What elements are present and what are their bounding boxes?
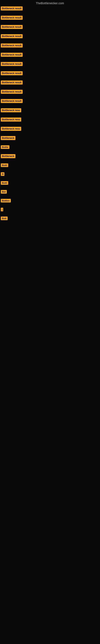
bottleneck-badge-21: Bot [1, 190, 7, 194]
bottleneck-badge-20: Bottl [1, 181, 8, 185]
badge-row-7: Bottleneck result [0, 59, 100, 68]
badge-row-13: Bottleneck resu [0, 114, 100, 124]
badge-row-3: Bottleneck result [0, 22, 100, 31]
bottleneck-badge-8: Bottleneck result [1, 71, 23, 75]
bottleneck-badge-9: Bottleneck result [1, 80, 23, 84]
bottleneck-badge-14: Bottleneck resu [1, 127, 21, 131]
bottleneck-badge-16: Bottle [1, 145, 9, 149]
badges-container: Bottleneck resultBottleneck resultBottle… [0, 6, 100, 222]
badge-row-20: Bottl [0, 178, 100, 187]
bottleneck-badge-23: | [1, 208, 3, 211]
badge-row-11: Bottleneck result [0, 96, 100, 105]
bottleneck-badge-15: Bottleneck [1, 136, 15, 140]
bottleneck-badge-4: Bottleneck result [1, 34, 23, 38]
bottleneck-badge-1: Bottleneck result [1, 6, 23, 10]
badge-row-24: Bott [0, 213, 100, 222]
badge-row-8: Bottleneck result [0, 68, 100, 77]
badge-row-16: Bottle [0, 142, 100, 151]
badge-row-22: Bottlen [0, 196, 100, 204]
badge-row-5: Bottleneck result [0, 40, 100, 50]
badge-row-17: Bottleneck [0, 151, 100, 160]
bottleneck-badge-10: Bottleneck result [1, 90, 23, 94]
bottleneck-badge-18: Bottl [1, 164, 8, 167]
badge-row-15: Bottleneck [0, 133, 100, 142]
badge-row-4: Bottleneck result [0, 31, 100, 40]
bottleneck-badge-5: Bottleneck result [1, 44, 23, 48]
badge-row-12: Bottleneck resu [0, 105, 100, 114]
bottleneck-badge-19: B [1, 172, 4, 176]
bottleneck-badge-3: Bottleneck result [1, 25, 23, 29]
badge-row-19: B [0, 169, 100, 178]
bottleneck-badge-6: Bottleneck result [1, 53, 23, 57]
bottleneck-badge-13: Bottleneck resu [1, 118, 21, 122]
site-title: TheBottlenecker.com [0, 0, 100, 6]
bottleneck-badge-22: Bottlen [1, 199, 11, 202]
badge-row-9: Bottleneck result [0, 77, 100, 86]
badge-row-18: Bottl [0, 160, 100, 169]
badge-row-23: | [0, 204, 100, 213]
badge-row-1: Bottleneck result [0, 6, 100, 12]
badge-row-10: Bottleneck result [0, 86, 100, 96]
bottleneck-badge-24: Bott [1, 216, 8, 220]
bottleneck-badge-2: Bottleneck result [1, 16, 23, 20]
badge-row-2: Bottleneck result [0, 12, 100, 22]
bottleneck-badge-7: Bottleneck result [1, 62, 23, 66]
badge-row-6: Bottleneck result [0, 50, 100, 59]
bottleneck-badge-12: Bottleneck resu [1, 108, 21, 112]
badge-row-14: Bottleneck resu [0, 124, 100, 133]
bottleneck-badge-11: Bottleneck result [1, 99, 23, 103]
badge-row-21: Bot [0, 187, 100, 196]
bottleneck-badge-17: Bottleneck [1, 154, 15, 158]
